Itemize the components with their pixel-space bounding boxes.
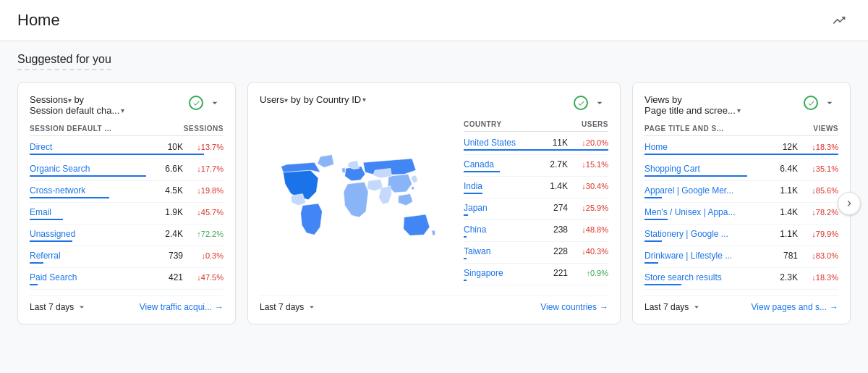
- row-bar: [464, 193, 482, 194]
- table-row: Unassigned2.4K↑72.2%: [30, 225, 224, 246]
- row-bar: [30, 284, 38, 285]
- row-change: ↓78.2%: [802, 206, 838, 217]
- row-value: 12K: [773, 142, 798, 152]
- card-actions-users: [574, 94, 608, 112]
- row-change: ↓18.3%: [802, 141, 838, 152]
- card-header-users: Users▾ by by Country ID▾: [260, 94, 608, 112]
- row-name[interactable]: Store search results: [644, 272, 739, 282]
- table-body-users: United States11K↓20.0%Canada2.7K↓15.1%In…: [464, 133, 608, 285]
- table-row: Email1.9K↓45.7%: [30, 203, 224, 225]
- row-name[interactable]: China: [464, 225, 542, 235]
- main-content: Suggested for you Sessions▾ by Session d…: [0, 41, 868, 373]
- view-link-views[interactable]: View pages and s... →: [751, 302, 838, 312]
- row-bar: [464, 236, 467, 238]
- table-row: Cross-network4.5K↓19.8%: [30, 181, 224, 203]
- row-value: 2.3K: [773, 272, 798, 282]
- row-bar: [30, 175, 146, 177]
- trending-icon[interactable]: [827, 9, 851, 32]
- row-name[interactable]: Men's / Unisex | Appa...: [644, 207, 739, 217]
- row-name[interactable]: Email: [30, 207, 124, 217]
- check-circle-views: [804, 96, 818, 110]
- table-body-sessions: Direct10K↓13.7%Organic Search6.6K↓17.7%C…: [30, 138, 224, 290]
- card-title-block-views: Views by Page title and scree...▾: [644, 94, 741, 116]
- row-change: ↓48.8%: [572, 224, 608, 235]
- row-change: ↓79.9%: [802, 228, 838, 239]
- users-table: COUNTRY USERS United States11K↓20.0%Cana…: [464, 117, 608, 290]
- row-name[interactable]: Cross-network: [30, 185, 124, 196]
- col1-label-users: COUNTRY: [464, 120, 502, 128]
- row-bar: [464, 214, 468, 216]
- row-change: ↓85.6%: [802, 185, 838, 196]
- card-actions-views: [804, 94, 838, 112]
- row-name[interactable]: Shopping Cart: [644, 164, 739, 174]
- table-header-sessions: SESSION DEFAULT ... SESSIONS: [30, 122, 224, 136]
- row-change: ↓0.3%: [187, 250, 224, 261]
- table-row: Apparel | Google Mer...1.1K↓85.6%: [644, 181, 838, 203]
- row-name[interactable]: United States: [464, 138, 542, 148]
- table-row: India1.4K↓30.4%: [464, 177, 608, 198]
- row-change: ↓45.7%: [187, 206, 224, 217]
- row-name[interactable]: Home: [644, 142, 739, 152]
- row-change: ↓35.1%: [802, 163, 838, 174]
- card-subtitle-sessions[interactable]: Session default cha...▾: [30, 105, 124, 116]
- row-name[interactable]: Japan: [464, 203, 542, 213]
- row-name[interactable]: Paid Search: [30, 272, 124, 282]
- dropdown-btn-users[interactable]: [591, 94, 608, 112]
- table-body-views: Home12K↓18.3%Shopping Cart6.4K↓35.1%Appa…: [644, 138, 838, 290]
- row-value: 1.1K: [773, 185, 798, 196]
- date-select-users[interactable]: Last 7 days: [260, 302, 317, 312]
- row-change: ↓25.9%: [572, 202, 608, 213]
- row-bar: [644, 262, 658, 264]
- card-title-block: Sessions▾ by Session default cha...▾: [30, 94, 124, 116]
- row-value: 10K: [158, 142, 183, 152]
- section-title: Suggested for you: [17, 53, 111, 70]
- date-select-sessions[interactable]: Last 7 days: [30, 302, 87, 312]
- row-change: ↑72.2%: [187, 228, 224, 239]
- dropdown-btn-sessions[interactable]: [206, 94, 224, 112]
- row-name[interactable]: Referral: [30, 251, 124, 261]
- row-name[interactable]: Singapore: [464, 268, 542, 278]
- row-value: 421: [158, 272, 183, 282]
- table-header-users: COUNTRY USERS: [464, 117, 608, 132]
- col2-label-sessions: SESSIONS: [184, 125, 224, 133]
- row-value: 1.4K: [773, 207, 798, 217]
- view-link-users[interactable]: View countries →: [540, 302, 608, 312]
- map-container: [260, 117, 455, 290]
- row-value: 11K: [542, 138, 568, 148]
- row-change: ↓18.3%: [802, 272, 838, 282]
- card-subtitle-users[interactable]: by Country ID▾: [304, 94, 366, 105]
- table-row: Shopping Cart6.4K↓35.1%: [644, 159, 838, 181]
- users-content: COUNTRY USERS United States11K↓20.0%Cana…: [260, 117, 608, 290]
- card-title-sessions: Sessions▾ by: [30, 94, 84, 105]
- row-name[interactable]: Stationery | Google ...: [644, 229, 739, 239]
- row-value: 2.7K: [542, 159, 568, 169]
- row-value: 221: [542, 268, 568, 278]
- row-name[interactable]: Apparel | Google Mer...: [644, 185, 739, 196]
- sessions-card: Sessions▾ by Session default cha...▾: [17, 82, 236, 324]
- card-actions-sessions: [189, 94, 224, 112]
- date-select-views[interactable]: Last 7 days: [644, 302, 702, 312]
- row-name[interactable]: Canada: [464, 159, 542, 169]
- row-bar: [644, 175, 747, 177]
- row-name[interactable]: Organic Search: [30, 164, 124, 174]
- table-row: Drinkware | Lifestyle ...781↓83.0%: [644, 246, 838, 268]
- row-name[interactable]: Drinkware | Lifestyle ...: [644, 251, 739, 261]
- row-name[interactable]: Unassigned: [30, 229, 124, 239]
- view-link-sessions[interactable]: View traffic acqui... →: [140, 302, 224, 312]
- row-bar: [464, 258, 467, 259]
- row-value: 1.9K: [158, 207, 183, 217]
- next-arrow[interactable]: [838, 192, 861, 215]
- table-row: Organic Search6.6K↓17.7%: [30, 159, 224, 181]
- row-name[interactable]: Direct: [30, 142, 124, 152]
- table-row: China238↓48.8%: [464, 220, 608, 242]
- row-bar: [644, 240, 662, 242]
- table-row: Stationery | Google ...1.1K↓79.9%: [644, 225, 838, 246]
- row-name[interactable]: India: [464, 181, 542, 191]
- table-row: Singapore221↑0.9%: [464, 264, 608, 285]
- card-subtitle-views[interactable]: Page title and scree...▾: [644, 105, 741, 116]
- cards-wrapper: Sessions▾ by Session default cha...▾: [17, 82, 851, 324]
- col2-label-users: USERS: [582, 120, 608, 128]
- dropdown-btn-views[interactable]: [821, 94, 838, 112]
- row-name[interactable]: Taiwan: [464, 246, 542, 256]
- card-header-views: Views by Page title and scree...▾: [644, 94, 838, 116]
